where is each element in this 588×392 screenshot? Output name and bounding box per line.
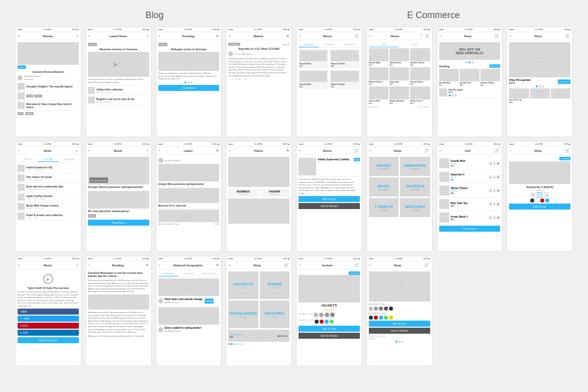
cart-icon[interactable]: 🛒 [495, 34, 500, 38]
back-icon[interactable]: ‹ [229, 34, 230, 38]
nav-bar[interactable]: ‹ Shoes ♡ 🛒 [367, 32, 432, 40]
nav-bar[interactable]: ‹ Jackets 🛒 [297, 261, 362, 269]
read-more-btn[interactable]: Read More [88, 220, 149, 226]
tabs[interactable]: LATEST POPULAR TRENDING [18, 157, 79, 162]
add-to-cart-btn[interactable]: Add To Cart [299, 196, 360, 202]
tab-latest[interactable]: LATEST [18, 157, 38, 162]
news-item-6[interactable]: Violet B reveals new collection ♡ 44↗ 25 [18, 212, 79, 221]
follow-btn[interactable]: Follow [205, 299, 214, 304]
nav-bar[interactable]: ‹ Shop 🛒 [226, 261, 291, 269]
product-8[interactable]: Adidas Stewart $66 [389, 86, 409, 105]
linkedin-btn[interactable]: in 1920 [18, 330, 79, 336]
checkout-btn[interactable]: Add To Cart [439, 226, 501, 232]
qty-plus[interactable]: + [496, 161, 500, 165]
cart-item-2[interactable]: Superstar 2 Shoes $47 − 1 + [439, 170, 501, 184]
cat-shoes[interactable]: SHOES 4.5k Items [260, 271, 289, 299]
tab-popular[interactable]: POPULAR [158, 271, 179, 276]
add-to-cart-btn[interactable]: Add To Cart [299, 326, 360, 332]
cart-icon[interactable]: 🛒 [425, 34, 430, 38]
news-item-2[interactable]: This week's hit songs ♡ 94↗ 38✉ 30 [18, 173, 79, 183]
qty-control[interactable]: − 1 + [488, 216, 500, 220]
nav-bar[interactable]: ‹ Cart 🛒 [437, 147, 503, 155]
related-item-1[interactable]: Giorgello Ghiglie's The mayofly legend [18, 82, 79, 91]
nav-bar[interactable]: ‹ Shop 🛒 [507, 147, 572, 155]
cart-icon[interactable]: 🛒 [495, 148, 500, 153]
cat-bags[interactable]: BAGS55 Items [369, 177, 399, 197]
product-2[interactable]: Safari 2 Yellow $29 [330, 49, 359, 68]
facebook-btn[interactable]: f 8956 [18, 309, 79, 315]
back-icon[interactable]: ‹ [369, 34, 371, 38]
cat-business[interactable]: BUSINESS 78 Stories [228, 188, 258, 197]
product-4[interactable]: Roland Garros $45 [369, 67, 388, 85]
nav-bar[interactable]: ‹ Reading ≡ [86, 261, 151, 269]
back-icon[interactable]: ‹ [88, 263, 90, 267]
size-opt[interactable] [330, 313, 335, 317]
related-item-2[interactable]: Travel People [18, 91, 79, 101]
menu-icon[interactable]: ≡ [146, 263, 149, 267]
cat-watches[interactable]: WATCHES 55 Items [260, 301, 289, 328]
back-icon[interactable]: ‹ [18, 263, 20, 267]
news-item-5[interactable]: Mozio M&S People's funcar ♡ 46↗ 25✉ 28 [18, 202, 79, 212]
menu-icon[interactable]: ≡ [286, 148, 289, 153]
product-2[interactable]: Gazelle Red $25 [460, 69, 479, 86]
add-wishlist-btn[interactable]: Add To Wishlist [299, 333, 360, 339]
product-3[interactable]: Gazelle Blue $25 [299, 70, 328, 89]
size-opt[interactable] [319, 313, 324, 317]
tag-fashion[interactable]: Fashion [25, 112, 34, 115]
color-black[interactable] [369, 316, 373, 320]
play-button[interactable]: ▶ [43, 274, 53, 284]
menu-icon[interactable]: ≡ [217, 263, 219, 267]
color-red[interactable] [374, 316, 378, 320]
product-item[interactable]: Flex Pro jacket $179 [439, 87, 501, 99]
nav-bar[interactable]: ‹ Trending ≡ [156, 32, 222, 40]
cat-fashion[interactable]: FASHION 213 Stories [260, 188, 289, 197]
qty-minus[interactable]: − [488, 202, 493, 206]
swatch-3[interactable] [325, 320, 329, 324]
menu-icon[interactable]: ≡ [217, 148, 219, 153]
size-1[interactable] [369, 307, 373, 311]
qty-minus[interactable]: − [488, 161, 493, 165]
cat-sunglasses[interactable]: SUNGLASSES 50 Items [228, 301, 258, 328]
add-to-cart-btn[interactable]: Add To Cart [509, 204, 570, 210]
back-icon[interactable]: ‹ [18, 34, 20, 38]
related-item-3[interactable]: Mercedes E Class Coupe Flow level of lux… [18, 101, 79, 111]
back-icon[interactable]: ‹ [510, 34, 511, 38]
category-tag[interactable]: US Economy [228, 43, 240, 46]
qty-plus[interactable]: + [496, 216, 500, 220]
back-icon[interactable]: ‹ [369, 148, 371, 153]
back-icon[interactable]: ‹ [440, 34, 441, 38]
category-tag[interactable]: Nature [88, 43, 97, 46]
category-tag[interactable]: Politics [158, 43, 168, 46]
share-icon[interactable]: ↑ [76, 263, 78, 267]
cart-icon[interactable]: 🛒 [424, 263, 429, 267]
tab-greatest[interactable]: GREATEST [339, 42, 360, 47]
menu-icon[interactable]: ≡ [286, 34, 289, 38]
cat-watches[interactable]: WATCHES55 Items [400, 198, 430, 217]
tab-favourites[interactable]: FAVOURITES [199, 271, 220, 276]
nav-bar[interactable]: ‹ Topics ≡ [226, 147, 291, 155]
back-icon[interactable]: ‹ [18, 148, 20, 153]
size-s[interactable]: S [531, 192, 535, 198]
nav-bar[interactable]: ‹ Latest News ↑ [86, 32, 151, 40]
category-tag[interactable]: Music [88, 214, 96, 218]
news-item-1[interactable]: Inside Facebook's HQ ♡ 26↗ 96✉ 55 [18, 164, 79, 173]
add-to-cart-small[interactable]: Add To Cart [277, 335, 288, 337]
swatch-blue[interactable] [545, 199, 549, 203]
cart-icon[interactable]: 🛒 [565, 148, 570, 153]
tab-grid[interactable]: GRID [400, 42, 430, 47]
back-icon[interactable]: ‹ [299, 34, 301, 38]
back-icon[interactable]: ‹ [440, 148, 441, 153]
size-4[interactable] [384, 307, 388, 311]
back-icon[interactable]: ‹ [159, 34, 160, 38]
nav-bar[interactable]: ‹ Shop 🛒 [437, 32, 503, 40]
tab-trending[interactable]: TRENDING [178, 271, 199, 276]
search-icon[interactable]: ⌕ [76, 148, 78, 153]
tabs[interactable]: POPULAR TRENDING GREATEST [299, 42, 360, 48]
add-wishlist-btn[interactable]: Add To Wishlist [369, 328, 430, 334]
qty-plus[interactable]: + [496, 188, 500, 192]
back-icon[interactable]: ‹ [88, 34, 90, 38]
color-blue[interactable] [379, 316, 383, 320]
nav-bar[interactable]: ‹ Shoes 🛒 [297, 147, 362, 155]
cat-jackets[interactable]: JACKETS13 Items [400, 177, 430, 197]
cat-shoes[interactable]: SHOES93.9 Items [369, 157, 399, 176]
